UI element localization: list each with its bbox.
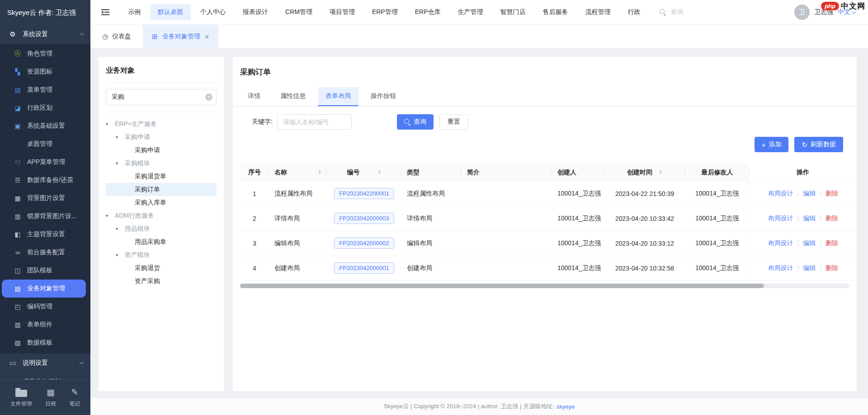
sort-icon[interactable]: ▲▼ — [318, 170, 321, 175]
layout-design-link[interactable]: 布局设计 — [768, 190, 793, 197]
scrollbar-thumb[interactable] — [240, 284, 764, 288]
nav-item[interactable]: 默认桌面 — [150, 4, 191, 20]
tree-node[interactable]: ▾采购模块 — [106, 157, 217, 170]
sidebar-item[interactable]: 桌面管理 — [0, 135, 90, 153]
tree-expand-icon[interactable]: ▾ — [116, 252, 125, 257]
sidebar-item[interactable]: ◫团队模板 — [0, 261, 90, 280]
layout-design-link[interactable]: 布局设计 — [768, 214, 793, 222]
tree-node[interactable]: ▾ADM行政服务 — [106, 209, 217, 222]
sidebar-item[interactable]: ∞前台服务配置 — [0, 243, 90, 261]
tree-node[interactable]: 采购订单 — [106, 183, 217, 196]
nav-item[interactable]: CRM管理 — [278, 4, 320, 20]
dock-item[interactable]: ✎笔记 — [69, 387, 80, 408]
edit-link[interactable]: 编辑 — [803, 190, 816, 197]
content-tabs: 详情属性信息表单布局操作按钮 — [233, 87, 857, 107]
sidebar-item[interactable]: ☰数据库备份/还原 — [0, 171, 90, 189]
sidebar-item[interactable]: ◧主题背景设置 — [0, 225, 90, 243]
tree-expand-icon[interactable]: ▾ — [106, 121, 115, 126]
avatar[interactable]: 卫 — [794, 5, 810, 20]
table-row: 2详情布局FP2023042000003详情布局100014_卫志强2023-0… — [240, 206, 857, 231]
close-icon[interactable]: × — [205, 33, 209, 41]
nav-item[interactable]: 报表设计 — [235, 4, 276, 20]
content-tab[interactable]: 详情 — [240, 87, 268, 106]
nav-item[interactable]: 项目管理 — [322, 4, 363, 20]
tree-node[interactable]: ▾用品模块 — [106, 222, 217, 235]
tree-expand-icon[interactable]: ▾ — [116, 135, 125, 140]
sidebar-item[interactable]: ◪行政区划 — [0, 99, 90, 117]
sidebar-group[interactable]: ▤项目业务规划 — [0, 373, 90, 379]
delete-link[interactable]: 删除 — [826, 239, 838, 247]
reset-button[interactable]: 重置 — [439, 114, 468, 130]
sidebar-item-label: 数据库备份/还原 — [27, 176, 73, 184]
add-button[interactable]: + 添加 — [755, 137, 789, 152]
sidebar-item[interactable]: ▤菜单管理 — [0, 81, 90, 99]
sidebar-item[interactable]: ▥锁屏背景图片设... — [0, 207, 90, 225]
nav-item[interactable]: ERP仓库 — [407, 4, 448, 20]
sidebar-group-system-settings[interactable]: ⚙系统设置 — [0, 25, 90, 44]
layout-design-link[interactable]: 布局设计 — [768, 239, 793, 247]
folder-icon — [15, 387, 27, 397]
code-badge[interactable]: FP2023042000003 — [334, 213, 394, 224]
nav-item[interactable]: 流程管理 — [577, 4, 618, 20]
edit-link[interactable]: 编辑 — [803, 214, 816, 222]
sidebar-item[interactable]: ⚇APP菜单管理 — [0, 153, 90, 171]
clear-icon[interactable]: × — [205, 93, 212, 101]
delete-link[interactable]: 删除 — [826, 264, 838, 271]
tab-business-object[interactable]: ⊞ 业务对象管理 × — [143, 25, 218, 48]
horizontal-scrollbar[interactable] — [240, 284, 849, 288]
footer-link[interactable]: skyeye — [557, 403, 575, 410]
sidebar-item[interactable]: ▧数据模板 — [0, 334, 90, 352]
code-badge[interactable]: FP2023042000002 — [334, 238, 394, 249]
content-tab[interactable]: 表单布局 — [318, 87, 359, 106]
nav-item[interactable]: ERP管理 — [364, 4, 406, 20]
sidebar-group[interactable]: ▭说明设置 — [0, 354, 90, 373]
dock-item[interactable]: ▦日程 — [45, 387, 56, 408]
sort-icon[interactable]: ▲▼ — [378, 170, 382, 175]
code-badge[interactable]: FP2023042000001 — [334, 262, 394, 274]
nav-item[interactable]: 售后服务 — [535, 4, 576, 20]
dock-item[interactable]: 文件管理 — [10, 387, 32, 408]
page-footer: Skyeye云 | Copyright © 2018~2024 | author… — [90, 397, 868, 415]
sidebar-item[interactable]: ▥表单组件 — [0, 316, 90, 334]
nav-item[interactable]: 个人中心 — [193, 4, 233, 20]
refresh-button[interactable]: ↻ 刷新数据 — [794, 137, 843, 152]
tree-node[interactable]: ▾采购申请 — [106, 131, 217, 144]
sidebar-item[interactable]: ▤业务对象管理 — [2, 280, 86, 298]
tree-node[interactable]: 资产采购 — [106, 275, 217, 288]
edit-link[interactable]: 编辑 — [803, 264, 816, 271]
tree-node[interactable]: 采购退货单 — [106, 170, 217, 183]
tree-node[interactable]: ▾资产模块 — [106, 248, 217, 261]
tree-node[interactable]: ▾ERP+生产服务 — [106, 117, 217, 131]
sidebar-item[interactable]: ▦背景图片设置 — [0, 189, 90, 207]
nav-item[interactable]: 生产管理 — [450, 4, 491, 20]
top-search[interactable]: 查询 — [660, 8, 683, 16]
sidebar-collapse-icon[interactable] — [101, 9, 109, 15]
sidebar-item[interactable]: ▚资源图标 — [0, 63, 90, 81]
search-button[interactable]: 查询 — [397, 114, 434, 130]
sidebar-item[interactable]: ▣系统基础设置 — [0, 117, 90, 135]
keyword-input[interactable] — [277, 114, 352, 130]
code-badge[interactable]: FP2023042200001 — [334, 188, 394, 199]
sidebar-item[interactable]: ◰编码管理 — [0, 298, 90, 316]
tree-node[interactable]: 采购申请 — [106, 144, 217, 157]
tree-expand-icon[interactable]: ▾ — [116, 161, 125, 166]
content-tab[interactable]: 操作按钮 — [363, 87, 404, 106]
nav-item[interactable]: 示例 — [120, 4, 148, 20]
delete-link[interactable]: 删除 — [826, 214, 838, 222]
content-tab[interactable]: 属性信息 — [273, 87, 313, 106]
tree-node[interactable]: 采购退货 — [106, 261, 217, 275]
edit-link[interactable]: 编辑 — [803, 239, 816, 247]
sidebar-item[interactable]: Ⓐ角色管理 — [0, 45, 90, 63]
delete-link[interactable]: 删除 — [826, 190, 838, 197]
sort-icon[interactable]: ▲▼ — [659, 170, 662, 175]
tree-expand-icon[interactable]: ▾ — [116, 226, 125, 231]
tree-search-input[interactable] — [106, 89, 217, 105]
tab-dashboard[interactable]: ◷ 仪表盘 — [90, 25, 143, 48]
tree-node[interactable]: 采购入库单 — [106, 196, 217, 209]
tree-expand-icon[interactable]: ▾ — [106, 213, 115, 218]
nav-item[interactable]: 行政 — [620, 4, 648, 20]
nav-item[interactable]: 智慧门店 — [492, 4, 533, 20]
code-cell: FP2023042000001 — [327, 256, 401, 280]
layout-design-link[interactable]: 布局设计 — [768, 264, 793, 271]
tree-node[interactable]: 用品采购单 — [106, 235, 217, 248]
